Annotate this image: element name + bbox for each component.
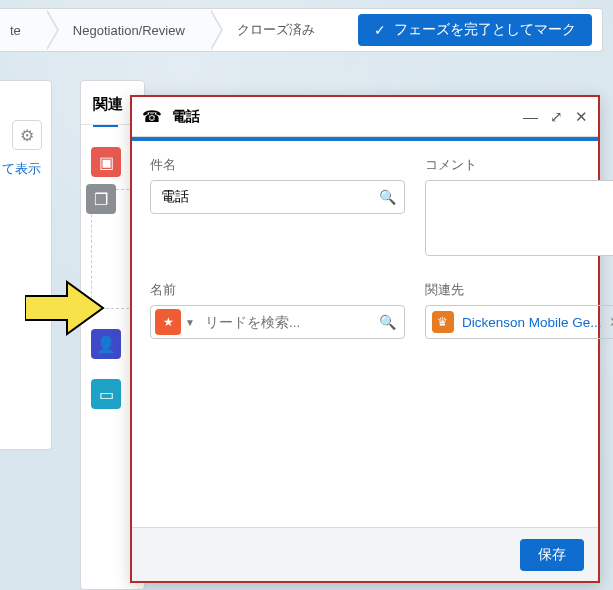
related-chip[interactable]: ♛ Dickenson Mobile Ge... ✕	[425, 305, 613, 339]
gear-icon: ⚙	[20, 126, 34, 145]
name-label: 名前	[150, 283, 176, 297]
expand-button[interactable]: ⤢	[550, 108, 563, 126]
subject-input-wrap[interactable]: 🔍	[150, 180, 405, 214]
call-log-modal: ☎ 電話 — ⤢ ✕ 件名 🔍 コメント 名前 ★ ▼ 🔍	[130, 95, 600, 583]
svg-marker-0	[25, 282, 103, 334]
modal-footer: 保存	[132, 527, 598, 581]
save-button[interactable]: 保存	[520, 539, 584, 571]
search-icon[interactable]: 🔍	[379, 314, 396, 330]
callout-arrow	[25, 278, 100, 338]
phase-stage-label: te	[10, 23, 21, 38]
phase-stage-label: Negotiation/Review	[73, 23, 185, 38]
bag-icon: ▣	[99, 153, 114, 172]
phase-stage-list: te Negotiation/Review クローズ済み	[0, 9, 339, 51]
close-button[interactable]: ✕	[575, 108, 588, 126]
chevron-down-icon[interactable]: ▼	[185, 317, 195, 328]
related-label: 関連先	[425, 283, 464, 297]
comment-textarea[interactable]	[425, 180, 613, 256]
settings-button[interactable]: ⚙	[12, 120, 42, 150]
modal-title: 電話	[172, 108, 200, 126]
remove-chip-button[interactable]: ✕	[609, 314, 613, 330]
event-tile[interactable]: ▭	[91, 379, 121, 409]
phase-stage-negotiation[interactable]: Negotiation/Review	[45, 9, 209, 51]
modal-body: 件名 🔍 コメント 名前 ★ ▼ 🔍 関連先 ♛ Dickenson Mobi	[132, 141, 598, 353]
copy-icon: ❐	[94, 190, 108, 209]
subject-input[interactable]	[151, 190, 404, 205]
minimize-button[interactable]: —	[523, 108, 538, 126]
comment-field: コメント	[425, 155, 613, 260]
comment-label: コメント	[425, 158, 477, 172]
related-chip-text: Dickenson Mobile Ge...	[462, 315, 602, 330]
check-icon: ✓	[374, 22, 386, 38]
search-icon[interactable]: 🔍	[379, 189, 396, 205]
phase-stage-label: クローズ済み	[237, 21, 315, 39]
crown-icon: ♛	[437, 315, 448, 329]
related-field: 関連先 ♛ Dickenson Mobile Ge... ✕	[425, 280, 613, 339]
mark-phase-complete-label: フェーズを完了としてマーク	[394, 21, 576, 39]
calendar-icon: ▭	[99, 385, 114, 404]
task-tile[interactable]: ▣	[91, 147, 121, 177]
lead-type-icon[interactable]: ★	[155, 309, 181, 335]
related-header-underline	[93, 125, 118, 127]
phase-path-bar: te Negotiation/Review クローズ済み ✓ フェーズを完了とし…	[0, 8, 603, 52]
modal-titlebar: ☎ 電話 — ⤢ ✕	[132, 97, 598, 137]
name-input-wrap[interactable]: ★ ▼ 🔍	[150, 305, 405, 339]
opportunity-icon: ♛	[432, 311, 454, 333]
subject-label: 件名	[150, 158, 176, 172]
name-input[interactable]	[195, 315, 404, 330]
mark-phase-complete-button[interactable]: ✓ フェーズを完了としてマーク	[358, 14, 592, 46]
phase-stage-closed[interactable]: クローズ済み	[209, 9, 339, 51]
name-field: 名前 ★ ▼ 🔍	[150, 280, 405, 339]
subject-field: 件名 🔍	[150, 155, 405, 260]
star-icon: ★	[163, 315, 174, 329]
copy-tile[interactable]: ❐	[86, 184, 116, 214]
phase-stage-quote[interactable]: te	[0, 9, 45, 51]
phone-icon: ☎	[142, 107, 162, 126]
view-all-link[interactable]: て表示	[2, 160, 41, 178]
